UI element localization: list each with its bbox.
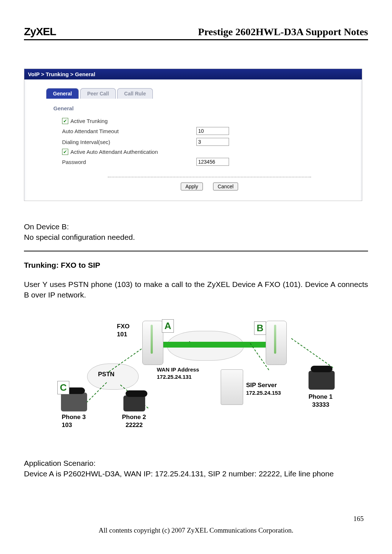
- page-header: ZyXEL Prestige 2602HWL-D3A Support Notes: [24, 25, 368, 40]
- app-scenario-line: Device A is P2602HWL-D3A, WAN IP: 172.25…: [24, 468, 368, 479]
- label-fxo: FXO: [117, 323, 130, 330]
- text-on-device-b-1: On Device B:: [24, 221, 368, 232]
- label-wan-ip-value: 172.25.24.131: [157, 374, 192, 380]
- label-active-trunking: Active Trunking: [70, 118, 108, 124]
- subheading-trunking: Trunking: FXO to SIP: [24, 261, 368, 270]
- app-scenario-heading: Application Scenario:: [24, 458, 368, 468]
- label-auto-attendant-timeout: Auto Attendant Timeout: [62, 128, 119, 134]
- divider: [24, 251, 368, 251]
- label-phone2-num: 22222: [126, 422, 143, 429]
- diagram-container: Internet PSTN A FXO 101 B WAN IP Address…: [24, 316, 368, 436]
- page-number: 165: [354, 515, 364, 523]
- checkbox-active-auto-auth[interactable]: ✔: [62, 149, 68, 155]
- paragraph-trunking: User Y uses PSTN phone (103) to make a c…: [24, 279, 368, 300]
- ui-screenshot: VoIP > Trunking > General General Peer C…: [24, 69, 362, 201]
- tab-general[interactable]: General: [46, 88, 79, 99]
- label-fxo-num: 101: [117, 331, 127, 338]
- cancel-button[interactable]: Cancel: [213, 182, 238, 190]
- phone-2: [123, 395, 145, 411]
- device-a: [142, 321, 163, 365]
- row-auto-attendant-timeout: Auto Attendant Timeout: [62, 127, 352, 135]
- row-dialing-interval: Dialing Interval(sec): [62, 138, 352, 146]
- row-password: Password: [62, 158, 352, 166]
- input-auto-attendant-timeout[interactable]: [196, 127, 229, 135]
- text-on-device-b-2: No special configuration needed.: [24, 232, 368, 242]
- label-dialing-interval: Dialing Interval(sec): [62, 139, 110, 145]
- row-active-auto-auth: ✔ Active Auto Attendant Authentication: [62, 149, 352, 155]
- tab-peer-call[interactable]: Peer Call: [80, 88, 116, 99]
- sip-server: [221, 369, 243, 405]
- phone-3: [61, 393, 87, 411]
- breadcrumb: VoIP > Trunking > General: [24, 69, 362, 79]
- label-phone1-num: 33333: [312, 401, 329, 409]
- apply-button[interactable]: Apply: [181, 182, 203, 190]
- network-diagram: Internet PSTN A FXO 101 B WAN IP Address…: [51, 316, 341, 436]
- section-title: General: [53, 105, 352, 111]
- input-password[interactable]: [196, 158, 229, 166]
- tab-call-rule[interactable]: Call Rule: [117, 88, 153, 99]
- doc-title: Prestige 2602HWL-D3A Support Notes: [198, 26, 368, 38]
- checkbox-active-trunking[interactable]: ✔: [62, 118, 68, 124]
- button-row: Apply Cancel: [108, 177, 311, 190]
- label-phone3: Phone 3: [62, 414, 86, 421]
- tab-bar: General Peer Call Call Rule: [46, 88, 352, 99]
- input-dialing-interval[interactable]: [196, 138, 229, 146]
- label-password: Password: [62, 159, 86, 165]
- badge-c: C: [57, 381, 69, 394]
- label-wan-ip: WAN IP Address: [157, 366, 199, 373]
- brand-logo: ZyXEL: [24, 25, 56, 38]
- label-phone3-num: 103: [62, 422, 72, 429]
- label-sip-server: SIP Server: [246, 382, 277, 389]
- label-active-auto-auth: Active Auto Attendant Authentication: [70, 149, 158, 155]
- badge-a: A: [162, 319, 174, 333]
- label-pstn: PSTN: [98, 371, 114, 378]
- copyright: All contents copyright (c) 2007 ZyXEL Co…: [0, 526, 392, 534]
- row-active-trunking: ✔ Active Trunking: [62, 118, 352, 124]
- badge-b: B: [254, 321, 266, 335]
- link-b-phone1: [291, 338, 333, 368]
- label-sip-server-value: 172.25.24.153: [246, 390, 281, 396]
- phone-1: [309, 371, 335, 390]
- device-b: [266, 321, 287, 365]
- label-phone1: Phone 1: [309, 393, 332, 401]
- label-phone2: Phone 2: [122, 414, 146, 421]
